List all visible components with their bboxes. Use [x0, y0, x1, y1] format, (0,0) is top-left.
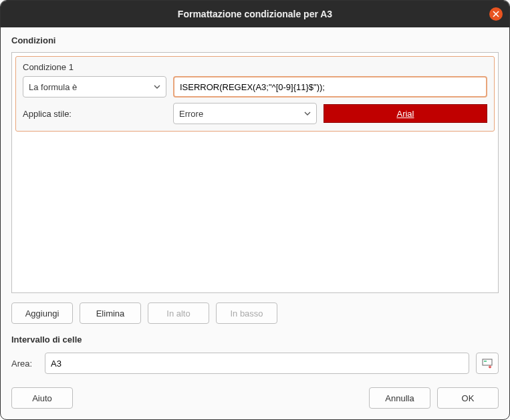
dialog-window: Formattazione condizionale per A3 Condiz…	[0, 0, 510, 420]
range-heading: Intervallo di celle	[11, 335, 499, 345]
close-button[interactable]	[489, 7, 503, 21]
cancel-button[interactable]: Annulla	[369, 387, 430, 409]
move-up-button[interactable]: In alto	[148, 302, 209, 324]
condition-item[interactable]: Condizione 1 La formula è Applica stile:…	[15, 56, 495, 132]
conditions-heading: Condizioni	[11, 35, 499, 45]
range-label: Area:	[11, 359, 38, 369]
dialog-title: Formattazione condizionale per A3	[178, 9, 332, 19]
condition-type-dropdown[interactable]: La formula è	[23, 76, 166, 97]
range-row: Area:	[11, 353, 499, 374]
condition-type-label: La formula è	[29, 82, 77, 92]
help-button[interactable]: Aiuto	[11, 387, 73, 409]
dialog-content: Condizioni Condizione 1 La formula è App…	[1, 27, 509, 419]
style-preview-text: Arial	[396, 109, 414, 119]
chevron-down-icon	[154, 83, 160, 90]
svg-rect-2	[483, 359, 492, 365]
close-icon	[493, 11, 499, 17]
condition-title: Condizione 1	[23, 62, 487, 72]
add-button[interactable]: Aggiungi	[11, 302, 73, 324]
condition-button-row: Aggiungi Elimina In alto In basso	[11, 302, 499, 324]
titlebar: Formattazione condizionale per A3	[1, 1, 509, 27]
delete-button[interactable]: Elimina	[80, 302, 141, 324]
dialog-footer: Aiuto Annulla OK	[11, 387, 499, 409]
ok-button[interactable]: OK	[437, 387, 499, 409]
chevron-down-icon	[304, 110, 311, 117]
shrink-icon	[482, 358, 493, 369]
move-down-button[interactable]: In basso	[216, 302, 277, 324]
style-dropdown[interactable]: Errore	[173, 103, 317, 124]
style-preview: Arial	[324, 104, 487, 123]
apply-style-label: Applica stile:	[23, 109, 166, 119]
range-input[interactable]	[45, 353, 469, 374]
shrink-button[interactable]	[476, 353, 499, 374]
formula-input[interactable]	[173, 76, 487, 97]
conditions-frame: Condizione 1 La formula è Applica stile:…	[11, 52, 499, 293]
svg-rect-3	[484, 361, 487, 362]
style-dropdown-label: Errore	[179, 109, 203, 119]
